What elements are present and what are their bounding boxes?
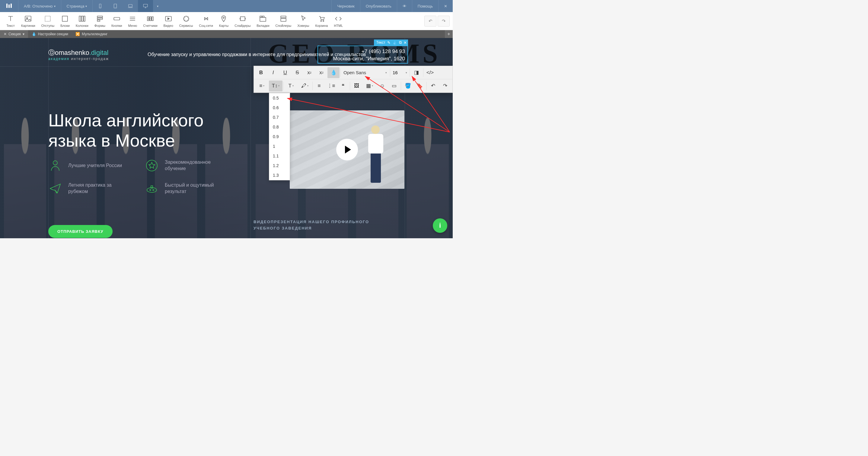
emoji-icon: ☺ bbox=[380, 83, 385, 89]
align-button[interactable]: ≡ bbox=[255, 80, 269, 91]
svg-rect-1 bbox=[8, 4, 10, 8]
feature-item[interactable]: Зарекомендованное обучение bbox=[145, 159, 239, 172]
table-button[interactable]: ▦ bbox=[363, 80, 376, 91]
selected-text-block[interactable]: Текст ✎ 💧 ⧉ ✕ +7 (495) 128 94 93 Москва-… bbox=[317, 45, 408, 64]
ab-test-dropdown[interactable]: A/B: Отключено bbox=[18, 0, 61, 12]
phone-text: +7 (495) 128 94 93 bbox=[320, 48, 405, 55]
page-dropdown[interactable]: Страница bbox=[61, 0, 93, 12]
close-button[interactable]: ✕ bbox=[438, 0, 453, 12]
device-laptop-button[interactable] bbox=[123, 0, 138, 12]
tool-padding[interactable]: Отступы bbox=[38, 13, 58, 29]
line-height-button[interactable]: T↕ bbox=[269, 80, 283, 91]
editor-canvas[interactable]: GEO ROMS Ⓓomashenko.digital академия инт… bbox=[0, 38, 453, 238]
tool-tabs[interactable]: Вкладки bbox=[253, 13, 272, 29]
preview-button[interactable]: 👁 bbox=[397, 0, 412, 12]
image-button[interactable]: 🖼 bbox=[351, 80, 363, 91]
tool-services[interactable]: Сервисы bbox=[176, 13, 196, 29]
play-button[interactable] bbox=[336, 139, 358, 160]
video-thumbnail[interactable] bbox=[290, 110, 404, 189]
edit-icon[interactable]: ✎ bbox=[387, 40, 391, 45]
publish-button[interactable]: Опубликовать bbox=[360, 0, 397, 12]
device-desktop-button[interactable] bbox=[138, 0, 153, 12]
list-bullet-button[interactable]: ⋮≡ bbox=[325, 80, 337, 91]
svg-rect-9 bbox=[144, 4, 148, 7]
tool-forms[interactable]: Формы bbox=[91, 13, 108, 29]
lh-option[interactable]: 0.9 bbox=[269, 132, 290, 141]
device-dropdown[interactable]: ▾ bbox=[153, 0, 162, 12]
tool-buttons[interactable]: Кнопки bbox=[108, 13, 125, 29]
style-icon[interactable]: 💧 bbox=[392, 40, 397, 45]
undo-button[interactable]: ↶ bbox=[424, 16, 436, 27]
device-tablet-button[interactable] bbox=[108, 0, 123, 12]
cta-button[interactable]: ОТПРАВИТЬ ЗАЯВКУ bbox=[48, 225, 113, 238]
symbol-button[interactable]: ▭ bbox=[389, 80, 401, 91]
lh-option[interactable]: 1.3 bbox=[269, 170, 290, 180]
tool-text[interactable]: Текст bbox=[3, 13, 18, 29]
tool-hovers[interactable]: Ховеры bbox=[294, 13, 312, 29]
section-tab-multilanding[interactable]: 🔀Мультилендинг bbox=[72, 30, 111, 38]
superscript-button[interactable]: x2 bbox=[315, 67, 328, 78]
info-fab[interactable]: i bbox=[433, 218, 447, 233]
emoji-button[interactable]: ☺ bbox=[376, 80, 389, 91]
tool-spoilers[interactable]: Спойлеры bbox=[273, 13, 294, 29]
brand-logo[interactable]: Ⓓomashenko.digital академия интернет-про… bbox=[48, 48, 109, 61]
subscript-button[interactable]: x2 bbox=[303, 67, 315, 78]
tool-counters[interactable]: 123Счетчики bbox=[140, 13, 160, 29]
feature-item[interactable]: Летняя практика за рубежом bbox=[48, 182, 142, 195]
tool-html[interactable]: HTML bbox=[331, 13, 346, 29]
app-logo[interactable] bbox=[0, 0, 18, 12]
text-color-button[interactable]: 💧 bbox=[328, 67, 340, 78]
tool-social[interactable]: Соц-сети bbox=[196, 13, 216, 29]
code-button[interactable]: </> bbox=[424, 67, 436, 78]
strike-button[interactable]: S bbox=[291, 67, 303, 78]
add-section-button[interactable]: + bbox=[445, 30, 453, 38]
tool-cart[interactable]: Корзина bbox=[312, 13, 331, 29]
tool-sliders[interactable]: Слайдеры bbox=[231, 13, 253, 29]
feature-item[interactable]: Лучшие учителя России bbox=[48, 159, 142, 172]
rte-redo-button[interactable]: ↷ bbox=[439, 80, 451, 91]
fill-button[interactable]: 🪣 bbox=[402, 80, 414, 91]
italic-button[interactable]: I bbox=[267, 67, 279, 78]
svg-rect-7 bbox=[129, 4, 132, 7]
section-tab-settings[interactable]: 💧Настройки секции bbox=[28, 30, 72, 38]
person-icon bbox=[48, 159, 62, 172]
feature-item[interactable]: Быстрый и ощутимый результат bbox=[145, 182, 239, 195]
redo-button[interactable]: ↷ bbox=[438, 16, 450, 27]
list-numbered-button[interactable]: ≡ bbox=[313, 80, 326, 91]
hero-heading[interactable]: Школа английскогоязыка в Москве bbox=[48, 110, 204, 151]
lh-option[interactable]: 1.2 bbox=[269, 161, 290, 170]
svg-rect-17 bbox=[82, 16, 83, 21]
tool-maps[interactable]: Карты bbox=[216, 13, 231, 29]
font-family-select[interactable]: Open Sans bbox=[341, 70, 389, 75]
selection-label: Текст bbox=[376, 40, 385, 45]
highlight-button[interactable]: 🖍 bbox=[298, 80, 312, 91]
rte-undo-button[interactable]: ↶ bbox=[427, 80, 439, 91]
tool-columns[interactable]: Колонки bbox=[73, 13, 91, 29]
device-mobile-button[interactable] bbox=[93, 0, 108, 12]
font-size-select[interactable]: 16 bbox=[391, 70, 409, 75]
lh-option[interactable]: 0.7 bbox=[269, 112, 290, 122]
lh-option[interactable]: 0.8 bbox=[269, 122, 290, 132]
tool-blocks[interactable]: Блоки bbox=[57, 13, 73, 29]
lh-option[interactable]: 0.6 bbox=[269, 103, 290, 112]
lh-option[interactable]: 1 bbox=[269, 141, 290, 151]
bookmark-button[interactable]: 🔖 bbox=[414, 80, 426, 91]
heading-button[interactable]: T bbox=[284, 80, 298, 91]
video-caption[interactable]: ВИДЕОПРЕЗЕНТАЦИЯ НАШЕГО ПРОФИЛЬНОГО УЧЕБ… bbox=[253, 219, 369, 232]
lh-option[interactable]: 1.1 bbox=[269, 151, 290, 161]
help-dropdown[interactable]: Помощь bbox=[412, 0, 438, 12]
svg-rect-34 bbox=[260, 17, 266, 21]
tool-video[interactable]: Видео bbox=[161, 13, 176, 29]
tool-menu[interactable]: Меню bbox=[125, 13, 140, 29]
section-tab-close[interactable]: ✕ Секция ▾ bbox=[0, 30, 28, 38]
delete-icon[interactable]: ✕ bbox=[404, 40, 407, 45]
tool-images[interactable]: Картинки bbox=[18, 13, 38, 29]
eraser-button[interactable]: ◨ bbox=[410, 67, 423, 78]
bold-button[interactable]: B bbox=[255, 67, 267, 78]
lh-option[interactable]: 0.5 bbox=[269, 93, 290, 103]
svg-rect-35 bbox=[260, 16, 262, 17]
quote-button[interactable]: ❝ bbox=[337, 80, 349, 91]
copy-icon[interactable]: ⧉ bbox=[399, 40, 402, 45]
underline-button[interactable]: U bbox=[279, 67, 291, 78]
eye-icon: 👁 bbox=[403, 4, 406, 8]
